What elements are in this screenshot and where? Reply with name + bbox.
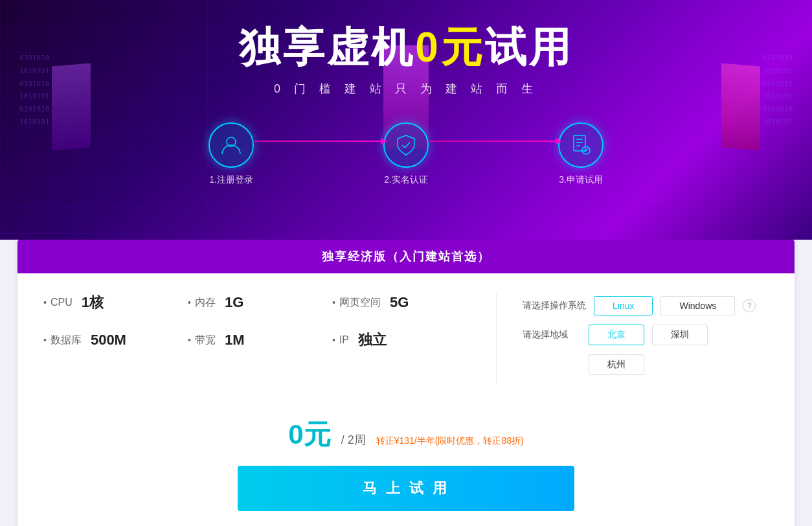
os-label: 请选择操作系统 [523,300,586,312]
spec-row-1: • CPU 1核 • 内存 1G • 网页空间 5G [43,293,470,312]
binary-decoration-left: 0101010101010101010101010101010101010101… [19,52,49,129]
label-database: 数据库 [51,334,82,347]
label-webspace: 网页空间 [339,296,381,310]
hero-section: 0101010101010101010101010101010101010101… [0,0,812,240]
step-register-label: 1.注册登录 [209,174,253,186]
shield-icon [394,133,418,157]
cta-section: 0元 / 2周 转正¥131/半年(限时优惠，转正88折) 马 上 试 用 [17,404,795,526]
region-shenzhen-button[interactable]: 深圳 [652,325,708,345]
hero-subtitle: 0 门 槛 建 站 只 为 建 站 而 生 [274,81,538,97]
title-suffix: 试用 [485,24,573,71]
value-memory: 1G [225,294,243,311]
step-verify-label: 2.实名认证 [384,174,428,186]
product-body: • CPU 1核 • 内存 1G • 网页空间 5G [17,273,795,404]
title-prefix: 独享虚机 [239,24,415,71]
bullet-cpu: • [43,297,47,308]
label-bandwidth: 带宽 [195,334,216,347]
title-highlight: 0元 [415,24,485,71]
hero-title: 独享虚机0元试用 [239,19,573,76]
price-main: 0元 [288,417,330,453]
value-database: 500M [91,332,126,349]
options-section: 请选择操作系统 Linux Windows ? 请选择地域 北京 深圳 杭州 [523,293,769,384]
spec-database: • 数据库 500M [43,332,181,349]
step-apply-icon [558,122,603,168]
step-arrow-2 [429,141,558,142]
value-cpu: 1核 [82,293,104,312]
region-hangzhou-button[interactable]: 杭州 [589,354,644,375]
spec-bandwidth: • 带宽 1M [188,332,326,349]
cta-button[interactable]: 马 上 试 用 [238,466,574,511]
region-selection-row: 请选择地域 北京 深圳 [523,325,769,345]
bullet-bandwidth: • [188,335,191,345]
spec-cpu: • CPU 1核 [43,293,181,312]
product-card: 独享经济版（入门建站首选） • CPU 1核 • 内存 1G [17,240,795,526]
value-ip: 独立 [358,330,387,350]
step-register-icon [209,122,254,168]
svg-rect-1 [574,135,585,151]
os-linux-button[interactable]: Linux [594,296,653,315]
building-left [52,63,91,150]
content-section: 独享经济版（入门建站首选） • CPU 1核 • 内存 1G [0,240,812,526]
os-help-icon[interactable]: ? [743,299,756,312]
bullet-memory: • [188,297,191,308]
region-extra-row: 杭州 [523,354,769,375]
spec-memory: • 内存 1G [188,294,326,311]
region-label: 请选择地域 [523,329,581,341]
price-row: 0元 / 2周 转正¥131/半年(限时优惠，转正88折) [43,417,769,453]
bullet-webspace: • [332,297,335,308]
label-cpu: CPU [51,297,73,308]
document-icon [569,133,592,157]
step-apply: 3.申请试用 [558,122,603,186]
building-right [721,63,760,150]
step-verify-icon [383,122,429,168]
bullet-database: • [43,335,47,345]
value-bandwidth: 1M [225,332,245,349]
binary-decoration-right: 0101010101010101010101010101010101010101… [763,52,793,129]
step-apply-label: 3.申请试用 [559,174,603,186]
os-windows-button[interactable]: Windows [660,296,735,315]
step-verify: 2.实名认证 [383,122,429,186]
label-memory: 内存 [195,296,216,310]
spec-ip: • IP 独立 [332,330,470,350]
step-register: 1.注册登录 [209,122,254,186]
spec-row-2: • 数据库 500M • 带宽 1M • IP 独立 [43,330,470,350]
product-header: 独享经济版（入门建站首选） [17,240,795,273]
step-arrow-1 [254,141,383,142]
region-beijing-button[interactable]: 北京 [589,325,644,345]
value-webspace: 5G [390,294,409,311]
os-selection-row: 请选择操作系统 Linux Windows ? [523,296,769,315]
steps-container: 1.注册登录 2.实名认证 [209,122,603,186]
label-ip: IP [339,334,349,346]
specs-section: • CPU 1核 • 内存 1G • 网页空间 5G [43,293,497,384]
user-icon [220,133,243,157]
price-promo: 转正¥131/半年(限时优惠，转正88折) [376,435,524,447]
spec-webspace: • 网页空间 5G [332,294,470,311]
price-period: / 2周 [341,432,366,448]
bullet-ip: • [332,335,335,345]
